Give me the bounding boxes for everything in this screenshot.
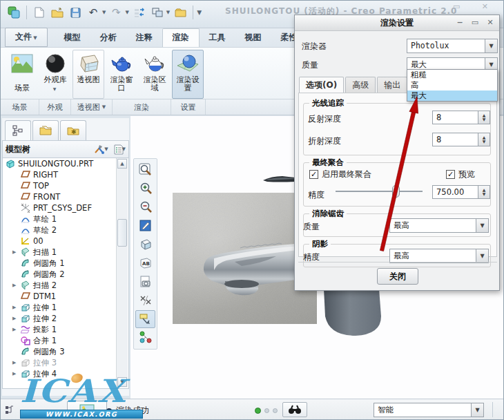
zoom-in-button[interactable] [135, 180, 155, 198]
zoom-out-button[interactable] [135, 198, 155, 216]
tree-item-extrude2[interactable]: ▶ 拉伸 2 [3, 313, 128, 324]
tree-item-curve[interactable]: 00 [3, 236, 128, 247]
slider-thumb[interactable] [392, 185, 400, 198]
aa-quality-combobox[interactable]: 最高▼ [389, 218, 489, 233]
tree-item-extrude4[interactable]: ▶ 拉伸 4 [3, 368, 128, 379]
favorites-tab[interactable]: ✱ [60, 120, 86, 140]
open-file-button[interactable] [50, 5, 65, 20]
datum-display-button[interactable] [135, 292, 155, 309]
quality-option-max[interactable]: 最大 [407, 90, 497, 101]
shadow-precision-combobox[interactable]: 最高▼ [389, 249, 489, 263]
saved-orientations-button[interactable]: AB [135, 254, 155, 272]
dialog-maximize-button[interactable]: ▭ [470, 18, 480, 27]
scroll-down-button[interactable]: ▼ [117, 377, 127, 387]
refract-depth-spinner[interactable]: 8▲▼ [432, 133, 490, 146]
scroll-thumb[interactable] [117, 219, 127, 247]
close-window-button[interactable] [173, 5, 188, 20]
undo-button[interactable]: ↶ [86, 5, 101, 20]
tree-item-round3[interactable]: 倒圆角 3 [3, 346, 128, 357]
tree-tools-button[interactable]: ▼ [93, 144, 108, 155]
expand-arrow[interactable]: ▶ [12, 316, 19, 321]
tree-item-extrude1[interactable]: ▶ 拉伸 1 [3, 302, 128, 313]
tree-item-sweep2[interactable]: ▶ 扫描 2 [3, 280, 128, 291]
tab-tools[interactable]: 工具 [200, 29, 235, 47]
tree-filters-button[interactable]: ▼ [114, 144, 126, 155]
tab-advanced[interactable]: 高级 [345, 77, 376, 93]
renderer-combobox[interactable]: Photolux▼ [407, 39, 498, 53]
redo-dropdown-arrow[interactable]: ▼ [125, 10, 128, 15]
toolbar-overflow-arrow[interactable]: ▼ [197, 9, 202, 16]
reflect-depth-spinner[interactable]: 8▲▼ [432, 111, 490, 124]
tab-annotate[interactable]: 注释 [126, 29, 162, 47]
undo-dropdown-arrow[interactable]: ▼ [102, 10, 106, 15]
quality-option-coarse[interactable]: 粗糙 [407, 70, 497, 80]
expand-arrow[interactable]: ▶ [12, 249, 19, 255]
regenerate-button[interactable] [132, 5, 147, 20]
annotation-display-button[interactable] [135, 310, 155, 328]
window-controls[interactable]: ▭ ✕ [453, 2, 498, 11]
search-button[interactable] [282, 402, 307, 417]
perspective-view-button[interactable]: 透视图 [72, 50, 104, 99]
tree-item-round2[interactable]: 倒圆角 2 [3, 269, 128, 280]
render-region-button[interactable]: 渲染区域 [139, 50, 171, 99]
expand-arrow[interactable]: ▶ [12, 305, 19, 310]
precision-slider[interactable] [336, 185, 423, 198]
tree-item-project1[interactable]: ▶ 投影 1 [3, 324, 128, 335]
expand-arrow[interactable]: ▶ [12, 371, 19, 376]
quality-option-high[interactable]: 高 [407, 80, 497, 90]
tree-item-csys[interactable]: PRT_CSYS_DEF [3, 202, 128, 213]
zoom-refit-button[interactable] [135, 161, 155, 179]
dialog-close-icon[interactable]: ✕ [485, 18, 495, 27]
repaint-button[interactable] [135, 217, 155, 235]
tab-analysis[interactable]: 分析 [90, 29, 126, 47]
dialog-title-bar[interactable]: 渲染设置 − ▭ ✕ [295, 15, 499, 31]
tab-view[interactable]: 视图 [235, 29, 271, 47]
enable-final-gather-checkbox[interactable]: ✓ 启用最终聚合 [309, 169, 371, 180]
tab-file[interactable]: 文件 ▼ [5, 28, 48, 47]
tree-item-sketch1[interactable]: 草绘 1 [3, 213, 128, 225]
precision-spinner[interactable]: 750.00▲▼ [432, 185, 490, 199]
render-setup-button[interactable]: 渲染设置 [172, 50, 204, 99]
preview-checkbox[interactable]: ✓ 预览 [446, 169, 475, 180]
windows-button[interactable] [150, 5, 165, 20]
render-image-button[interactable] [67, 401, 107, 419]
tab-output[interactable]: 输出 [377, 77, 407, 93]
expand-arrow[interactable]: ▶ [12, 327, 19, 332]
tree-item-sketch2[interactable]: 草绘 2 [3, 225, 128, 236]
view-manager-button[interactable] [135, 273, 155, 291]
expand-arrow[interactable]: ▶ [12, 283, 19, 288]
tree-item-front[interactable]: FRONT [3, 191, 128, 202]
selection-filter-combobox[interactable]: 智能▼ [374, 403, 484, 417]
dialog-minimize-button[interactable]: − [455, 18, 465, 27]
new-file-button[interactable] [32, 5, 47, 20]
save-button[interactable] [68, 5, 83, 20]
render-setup-icon [176, 52, 200, 75]
spin-center-button[interactable] [135, 329, 155, 347]
appearance-gallery-button[interactable]: 外观库▼ [39, 50, 71, 99]
close-button[interactable]: 关闭 [377, 268, 418, 285]
render-window-button[interactable]: 渲染窗口 [106, 50, 137, 99]
tree-scrollbar[interactable]: ▲ ▼ [116, 158, 128, 388]
tree-item-round1[interactable]: 倒圆角 1 [3, 258, 128, 269]
windows-dropdown-arrow[interactable]: ▼ [166, 10, 170, 15]
scroll-up-button[interactable]: ▲ [117, 159, 127, 169]
tree-item-right[interactable]: RIGHT [3, 169, 128, 180]
tree-item-dtm1[interactable]: DTM1 [3, 291, 128, 302]
tab-options[interactable]: 选项(O) [299, 77, 344, 93]
tree-item-top[interactable]: TOP [3, 180, 128, 191]
scene-button[interactable]: 场景 [6, 50, 38, 99]
tree-item-extrude3[interactable]: ▶ 拉伸 3 [3, 357, 128, 368]
tree-item-sweep1[interactable]: ▶ 扫描 1 [3, 247, 128, 258]
tree-item-merge1[interactable]: 合并 1 [3, 335, 128, 346]
group-perspective[interactable]: 透视图▼ [71, 99, 113, 115]
expand-arrow[interactable]: ▶ [12, 360, 19, 365]
tab-model[interactable]: 模型 [55, 29, 90, 47]
display-style-button[interactable] [135, 236, 155, 254]
folder-browser-tab[interactable] [32, 120, 59, 140]
tree-item-part[interactable]: SHUILONGTOU.PRT [3, 158, 128, 169]
app-icon[interactable] [6, 5, 21, 20]
tab-render[interactable]: 渲染 [162, 28, 200, 47]
model-tree-tab[interactable] [5, 120, 31, 140]
redo-button[interactable]: ↷ [108, 5, 124, 20]
model-tree-toggle-icon[interactable] [5, 405, 16, 414]
